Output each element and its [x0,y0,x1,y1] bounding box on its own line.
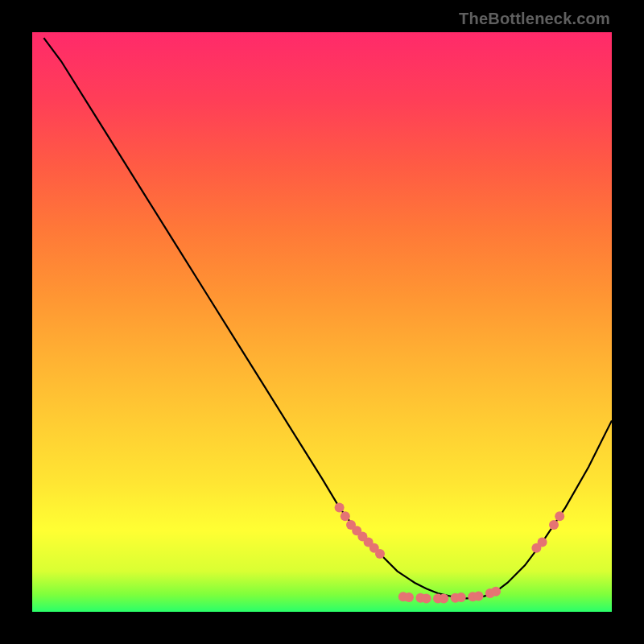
bottleneck-curve [43,38,612,598]
data-point [375,549,385,559]
watermark-text: TheBottleneck.com [459,10,610,28]
data-point [404,592,414,602]
data-point [555,511,564,521]
data-markers [335,502,565,603]
data-point [422,593,431,603]
data-point [335,502,345,512]
data-point [473,592,483,601]
data-point [456,592,466,602]
curve-svg [32,32,612,612]
data-point [341,511,350,521]
data-point [549,520,559,530]
data-point [538,538,547,547]
chart-container: TheBottleneck.com [0,0,644,644]
data-point [439,593,448,603]
plot-area [32,32,612,612]
data-point [491,587,501,597]
